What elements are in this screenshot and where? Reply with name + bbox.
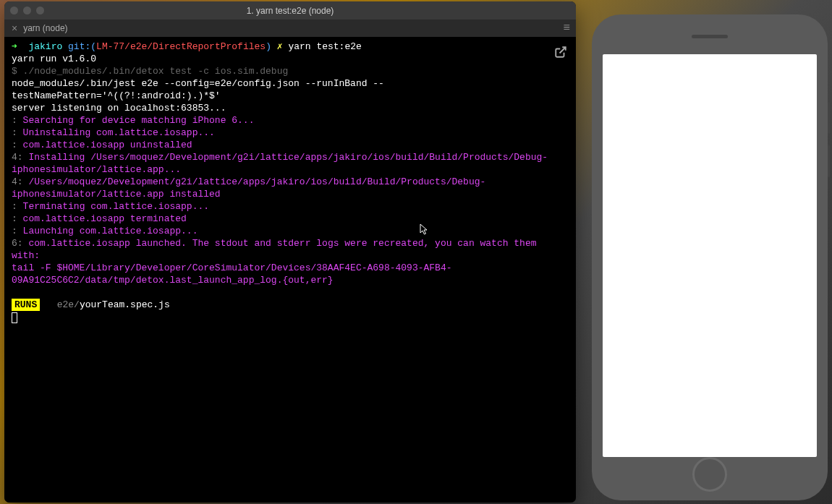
svg-line-0 [560,47,566,53]
runs-badge: RUNS [12,299,40,311]
prompt-line: ➜ jakiro git:( LM-77/e2e/DirectReportPro… [12,40,569,53]
runs-line: RUNS e2e/yourTeam.spec.js [12,299,569,311]
tab-bar: × yarn (node) ≡ [4,20,576,37]
prompt-dir: jakiro [28,40,62,53]
server-line: server listening on localhost:63853... [12,102,569,114]
log-line-1: : Uninstalling com.lattice.iosapp... [12,127,569,139]
window-title: 1. yarn test:e2e (node) [247,6,334,16]
simulator-side-button-1[interactable] [828,101,830,134]
terminal-window: 1. yarn test:e2e (node) × yarn (node) ≡ … [4,1,576,503]
simulator-home-button[interactable] [692,457,727,492]
prompt-arrow: ➜ [12,40,17,53]
runs-file: yourTeam.spec.js [80,299,170,310]
tab-yarn[interactable]: × yarn (node) [4,20,75,37]
simulator-screen[interactable] [603,54,817,457]
tail-cmd-line: tail -F $HOME/Library/Developer/CoreSimu… [12,262,569,286]
log-line-7: : Launching com.lattice.iosapp... [12,225,569,237]
close-button[interactable] [10,7,18,14]
log-line-4: 4: /Users/moquez/Development/g2i/lattice… [12,176,569,200]
log-line-5: : Terminating com.lattice.iosapp... [12,200,569,213]
git-dirty: ✗ [277,40,283,53]
yarn-run-line: yarn run v1.6.0 [12,53,569,65]
cursor-block [12,312,17,323]
runs-path: e2e/ [57,299,80,310]
log-line-3: 4: Installing /Users/moquez/Development/… [12,151,569,176]
command-text: yarn test:e2e [288,40,361,53]
terminal-output[interactable]: ➜ jakiro git:( LM-77/e2e/DirectReportPro… [4,37,576,503]
log-line-2: : com.lattice.iosapp uninstalled [12,139,569,151]
hamburger-icon[interactable]: ≡ [563,22,570,35]
git-branch: LM-77/e2e/DirectReportProfiles [96,40,266,53]
close-icon[interactable]: × [12,22,17,34]
traffic-lights [10,7,44,14]
git-label: git:( [68,40,96,53]
simulator-side-button-2[interactable] [828,145,830,177]
title-bar: 1. yarn test:e2e (node) [4,1,576,20]
log-line-6: : com.lattice.iosapp terminated [12,213,569,225]
log-line-0: : Searching for device matching iPhone 6… [12,114,569,127]
maximize-button[interactable] [36,7,44,14]
tab-label: yarn (node) [23,23,67,33]
minimize-button[interactable] [23,7,31,14]
external-link-icon[interactable] [554,46,567,61]
ios-simulator[interactable] [592,14,828,500]
log-line-8: 6: com.lattice.iosapp launched. The stdo… [12,237,569,262]
jest-cmd-line: node_modules/.bin/jest e2e --config=e2e/… [12,77,569,102]
detox-cmd-line: $ ./node_modules/.bin/detox test -c ios.… [12,65,569,77]
git-close: ) [266,40,271,53]
simulator-speaker [692,35,728,38]
